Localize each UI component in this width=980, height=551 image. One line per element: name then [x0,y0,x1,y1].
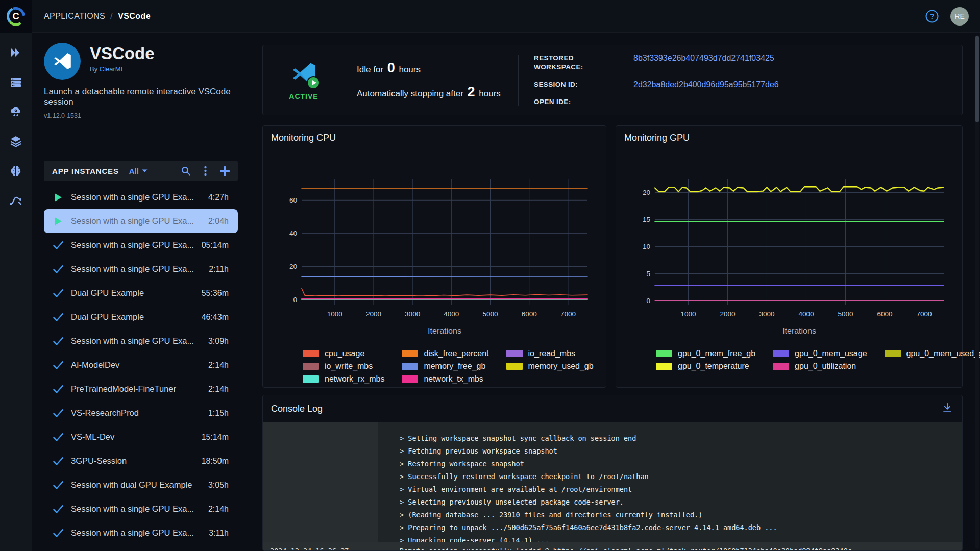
console-log-line: > Selecting previously unselected packag… [378,496,962,509]
instance-row[interactable]: Session with a single GPU Exa...2:11h [44,257,238,281]
instance-row[interactable]: 3GPU-Session18:50m [44,449,238,473]
svg-text:7000: 7000 [916,310,932,318]
rail-models-icon[interactable] [8,163,23,179]
instance-row[interactable]: Dual GPU Example55:36m [44,281,238,305]
chevron-down-icon [142,169,148,173]
legend-item-network_tx_mbs[interactable]: network_tx_mbs [402,374,488,384]
instance-runtime: 2:14h [208,361,229,370]
instance-row[interactable]: AI-ModelDev2:14h [44,353,238,377]
legend-item-memory_free_gb[interactable]: memory_free_gb [402,362,488,371]
detail-value[interactable]: 2d32ba8ded2b400d96d95a95b5177de6 [633,80,779,89]
instance-row[interactable]: Dual GPU Example46:43m [44,305,238,329]
instance-row[interactable]: Session with a single GPU Exa...2:14h [44,497,238,521]
legend-item-memory_used_gb[interactable]: memory_used_gb [506,362,594,371]
console-log-line: > Preparing to unpack .../500d625af75a6f… [378,521,962,534]
more-options-button[interactable] [204,166,207,176]
legend-label: memory_free_gb [424,362,485,371]
legend-item-gpu_0_mem_used_gb[interactable]: gpu_0_mem_used_gb [885,349,980,358]
instance-runtime: 2:11h [209,265,229,274]
running-play-icon [54,193,62,202]
legend-item-gpu_0_mem_usage[interactable]: gpu_0_mem_usage [773,349,867,358]
completed-check-icon [53,337,63,345]
instance-row[interactable]: Session with a single GPU Exa...3:11h [44,521,238,545]
app-instances-list: Session with a single GPU Exa...4:27hSes… [44,185,238,551]
log-footer-text: Remote session successfully loaded @ htt… [378,547,852,551]
rail-pipelines-icon[interactable] [8,193,23,208]
instance-row[interactable]: Session with a single GPU Exa...2:22h [44,545,238,551]
app-version: v1.12.0-1531 [44,112,238,119]
legend-item-gpu_0_mem_free_gb[interactable]: gpu_0_mem_free_gb [656,349,755,358]
instances-toolbar [181,166,230,176]
instance-row[interactable]: PreTrainedModel-FineTuner2:14h [44,377,238,401]
legend-swatch [303,363,319,370]
session-status: ACTIVE [263,60,345,101]
instance-row[interactable]: VS-ResearchProd1:15h [44,401,238,425]
download-log-button[interactable] [942,402,953,415]
stop-hours-value: 2 [466,84,477,99]
auto-stop-line: Automatically stopping after 2 hours [357,84,518,100]
completed-check-icon [53,313,63,321]
legend-item-network_rx_mbs[interactable]: network_rx_mbs [303,374,384,384]
legend-item-io_read_mbs[interactable]: io_read_mbs [506,349,594,358]
clearml-logo[interactable]: C [0,0,32,33]
completed-check-icon [53,361,63,369]
rail-cloud-autoscaler-icon[interactable] [8,104,23,119]
legend-label: gpu_0_mem_free_gb [678,349,755,358]
console-log-body[interactable]: > Setting workspace snapshot sync callba… [263,422,962,550]
session-timing: Idle for 0 hours Automatically stopping … [345,60,518,100]
instances-filter-dropdown[interactable]: All [129,167,148,176]
console-timestamp-gutter [263,422,378,550]
breadcrumb: APPLICATIONS / VSCode [44,11,151,21]
legend-label: memory_used_gb [528,362,594,371]
svg-text:3000: 3000 [759,310,774,318]
help-button[interactable]: ? [925,9,939,23]
instance-name: Session with a single GPU Exa... [71,192,204,202]
instance-name: Session with a single GPU Exa... [71,240,198,250]
legend-item-cpu_usage[interactable]: cpu_usage [303,349,384,358]
rail-workers-queues-icon[interactable] [8,74,23,90]
detail-label: SESSION ID: [534,80,618,89]
legend-label: cpu_usage [325,349,364,358]
page-scrollbar[interactable] [975,35,979,549]
instance-row[interactable]: Session with a single GPU Exa...4:27h [44,185,238,209]
help-icon: ? [925,9,939,23]
monitoring-cpu-card: 10002000300040005000600070000204060Itera… [262,125,606,388]
app-by-link[interactable]: ClearML [100,65,125,73]
svg-text:3000: 3000 [405,310,420,318]
rail-datasets-icon[interactable] [8,134,23,149]
app-header: VSCode By ClearML [44,43,238,80]
svg-text:1000: 1000 [680,310,696,318]
console-log-line: > Setting workspace snapshot sync callba… [378,432,962,445]
add-instance-button[interactable] [220,166,230,176]
rail-applications-icon[interactable] [8,45,23,60]
completed-check-icon [53,505,63,513]
gpu-chart-legend: gpu_0_mem_free_gbgpu_0_mem_usagegpu_0_me… [656,349,980,371]
applications-icon [9,45,23,60]
legend-item-disk_free_percent[interactable]: disk_free_percent [402,349,488,358]
instance-name: Dual GPU Example [71,312,198,322]
legend-item-gpu_0_temperature[interactable]: gpu_0_temperature [656,362,755,371]
instance-row[interactable]: Session with a single GPU Exa...05:14m [44,233,238,257]
instance-runtime: 46:43m [202,313,229,322]
instance-row[interactable]: Session with dual GPU Example3:05h [44,473,238,497]
svg-text:15: 15 [643,216,650,223]
instance-runtime: 2:14h [208,385,229,394]
legend-swatch [885,350,901,357]
legend-item-gpu_0_utilization[interactable]: gpu_0_utilization [773,362,867,371]
monitoring-gpu-card: 100020003000400050006000700005101520Iter… [616,125,963,388]
legend-item-io_write_mbs[interactable]: io_write_mbs [303,362,384,371]
instance-row[interactable]: Session with a single GPU Exa...3:09h [44,329,238,353]
kebab-menu-icon [204,166,207,176]
user-avatar[interactable]: RE [950,7,969,26]
breadcrumb-applications[interactable]: APPLICATIONS [44,12,105,21]
scrollbar-thumb[interactable] [975,36,979,122]
detail-value[interactable]: 8b3f3393e26b407493d7dd2741f03425 [633,54,779,63]
legend-swatch [773,350,789,357]
instance-row[interactable]: Session with a single GPU Exa...2:04h [44,209,238,233]
instance-row[interactable]: VS-ML-Dev15:14m [44,425,238,449]
datasets-icon [9,134,23,148]
vscode-session-logo [289,60,318,88]
search-button[interactable] [181,166,191,176]
side-nav-rail [0,33,32,551]
svg-text:4000: 4000 [444,310,459,318]
